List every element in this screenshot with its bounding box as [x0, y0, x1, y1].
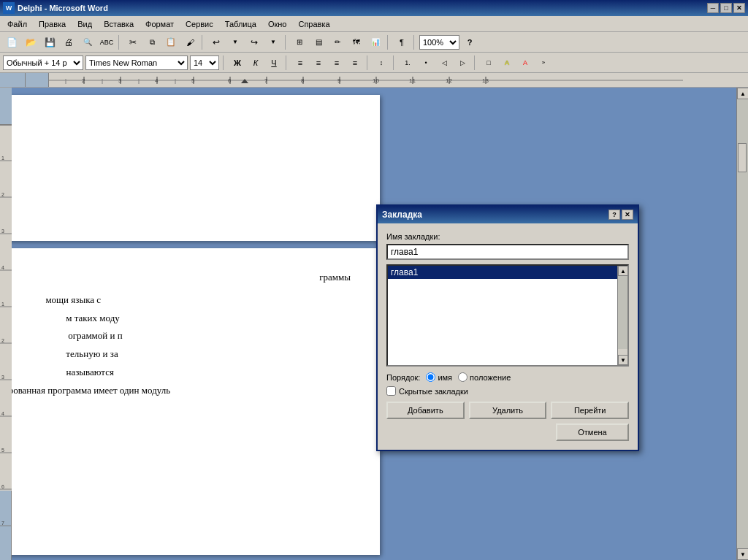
dialog-title: Закладка [382, 210, 608, 220]
sort-position-radio-label[interactable]: положение [458, 372, 511, 382]
listbox-scroll-up[interactable]: ▲ [618, 266, 628, 276]
sort-position-radio[interactable] [458, 372, 468, 382]
dialog-overlay: Закладка ? ✕ Имя закладки: глава1 ▲ ▼ [0, 0, 748, 560]
name-label: Имя закладки: [386, 232, 629, 241]
hidden-bookmarks-row: Скрытые закладки [386, 386, 629, 396]
bookmark-list[interactable]: глава1 ▲ ▼ [386, 264, 629, 367]
dialog-titlebar: Закладка ? ✕ [378, 206, 638, 223]
bookmark-name-input[interactable] [386, 244, 629, 260]
listbox-scroll-down[interactable]: ▼ [618, 355, 628, 365]
dialog-title-buttons: ? ✕ [608, 210, 633, 220]
sort-name-label: имя [438, 373, 452, 382]
dialog-body: Имя закладки: глава1 ▲ ▼ Порядок: имя [378, 223, 638, 450]
cancel-row: Отмена [386, 423, 629, 441]
dialog-action-buttons: Добавить Удалить Перейти [386, 402, 629, 419]
sort-label: Порядок: [386, 373, 420, 382]
sort-row: Порядок: имя положение [386, 372, 629, 382]
sort-position-label: положение [470, 373, 511, 382]
add-button[interactable]: Добавить [386, 402, 465, 419]
hidden-bookmarks-checkbox[interactable] [386, 386, 396, 396]
dialog-close-button[interactable]: ✕ [622, 210, 633, 220]
hidden-bookmarks-label: Скрытые закладки [399, 387, 468, 396]
cancel-button[interactable]: Отмена [556, 423, 629, 441]
bookmark-dialog: Закладка ? ✕ Имя закладки: глава1 ▲ ▼ [376, 204, 639, 451]
dialog-help-button[interactable]: ? [608, 210, 620, 220]
list-item-glava1[interactable]: глава1 [388, 266, 627, 279]
sort-name-radio-label[interactable]: имя [426, 372, 452, 382]
sort-name-radio[interactable] [426, 372, 435, 382]
delete-button[interactable]: Удалить [469, 402, 547, 419]
listbox-scroll-track[interactable] [618, 276, 627, 349]
listbox-scrollbar[interactable]: ▲ ▼ [617, 266, 627, 365]
goto-button[interactable]: Перейти [551, 402, 629, 419]
